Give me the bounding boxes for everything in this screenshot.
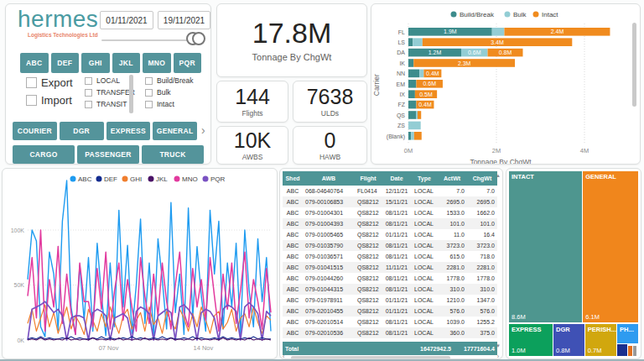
checkbox-icon[interactable] — [145, 77, 153, 85]
line-series-DEF[interactable] — [28, 337, 271, 339]
table-row[interactable]: ABC079-01044315QS821208/11/21LOCAL310.03… — [283, 284, 497, 295]
column-header-awb[interactable]: AWB — [303, 171, 355, 186]
checkbox-item-build-break[interactable]: Build/Break — [145, 76, 193, 85]
table-row[interactable]: ABC079-02010455QS821201/11/21LOCAL576.05… — [283, 306, 497, 317]
legend-label[interactable]: PQR — [210, 175, 226, 183]
bar-segment[interactable] — [408, 70, 419, 78]
filter-button-jkl[interactable]: JKL — [112, 53, 141, 73]
checkbox-icon[interactable] — [85, 89, 92, 97]
legend-label[interactable]: GHI — [130, 175, 142, 183]
checkbox-icon[interactable] — [85, 77, 92, 85]
bar-segment[interactable] — [414, 132, 422, 140]
column-header-actwt[interactable]: ActWt — [437, 171, 467, 186]
bar-segment[interactable] — [408, 90, 415, 98]
filter-button-dgr[interactable]: DGR — [60, 122, 104, 140]
legend-label[interactable]: ABC — [78, 175, 92, 183]
column-header-flight[interactable]: Flight — [355, 171, 382, 186]
bar-segment[interactable] — [492, 28, 505, 36]
legend-label[interactable]: DEF — [104, 175, 117, 183]
legend-label[interactable]: MNO — [182, 175, 198, 183]
line-series-MNO[interactable] — [28, 230, 271, 334]
bar-segment[interactable] — [408, 59, 413, 67]
checkbox-icon[interactable] — [26, 77, 37, 88]
treemap-cell-perish[interactable]: PERISH...0.7M — [585, 324, 616, 356]
next-page-arrow-icon[interactable]: › — [201, 123, 205, 137]
bar-segment[interactable] — [418, 111, 421, 119]
table-row[interactable]: ABC079-01005465QS821201/11/21LOCAL11.016… — [283, 229, 497, 240]
treemap-cell[interactable] — [617, 344, 627, 356]
bar-segment[interactable] — [408, 132, 411, 140]
treemap-cell-express[interactable]: EXPRESS1.0M — [509, 324, 553, 356]
table-cell: 01/11/21 — [382, 306, 412, 317]
table-row[interactable]: ABC079-01044260QS821208/11/21LOCAL1778.0… — [283, 273, 497, 284]
table-cell: 079-01044315 — [303, 284, 355, 295]
filter-button-express[interactable]: EXPRESS — [106, 122, 151, 140]
legend-label[interactable]: Bulk — [513, 11, 527, 18]
column-header-chgwt[interactable]: ChgWt — [467, 171, 497, 186]
bar-segment[interactable] — [413, 38, 423, 46]
table-row[interactable]: ABC079-01035790QS821208/11/21LOCAL3723.0… — [283, 240, 497, 251]
checkbox-item-import[interactable]: Import — [26, 94, 73, 107]
filter-button-passenger[interactable]: PASSENGER — [77, 145, 139, 164]
bar-segment[interactable] — [408, 38, 413, 46]
column-header-type[interactable]: Type — [412, 171, 437, 186]
checkbox-item-intact[interactable]: Intact — [145, 100, 193, 108]
legend-label[interactable]: Intact — [542, 11, 558, 18]
bar-segment[interactable] — [416, 111, 418, 119]
treemap-cell[interactable] — [628, 346, 631, 356]
table-row[interactable]: ABC079-00106853QS821215/11/21LOCAL2695.0… — [283, 196, 497, 207]
date-to-input[interactable]: 19/11/2021 — [158, 11, 210, 29]
filter-button-mno[interactable]: MNO — [143, 53, 171, 73]
date-range-slider-handle[interactable] — [186, 32, 206, 46]
filter-button-courier[interactable]: COURIER — [13, 122, 57, 140]
bar-segment[interactable] — [411, 132, 414, 140]
table-row[interactable]: ABC079-01978911QS821201/11/21LOCAL1210.0… — [283, 295, 497, 306]
table-scroll-right-icon[interactable]: › — [497, 353, 499, 359]
treemap-cell-ph[interactable]: PH... — [617, 324, 638, 343]
bar-chart-scrollbar[interactable] — [632, 23, 636, 107]
bar-segment[interactable] — [408, 101, 416, 109]
checkbox-icon[interactable] — [145, 101, 153, 108]
column-header-shed[interactable]: Shed — [283, 171, 303, 186]
table-cell: 1778.0 — [467, 273, 497, 284]
legend-label[interactable]: Build/Break — [460, 11, 495, 18]
filter-button-general[interactable]: GENERAL — [153, 122, 197, 140]
treemap-cell-general[interactable]: GENERAL6.1M — [583, 171, 638, 322]
filter-button-abc[interactable]: ABC — [20, 53, 49, 73]
table-row[interactable]: ABC079-01041515QS821211/11/21LOCAL2281.0… — [283, 262, 497, 273]
checkbox-list-scrollbar[interactable] — [129, 75, 133, 113]
treemap-cell[interactable] — [633, 346, 636, 356]
y-tick: 0K — [17, 337, 24, 343]
table-row[interactable]: ABC079-02010536QS821208/11/21LOCAL360.03… — [283, 327, 497, 338]
awb-data-table: ShedAWBFlightDateTypeActWtChgWtABC068-04… — [283, 171, 497, 338]
checkbox-item-transit[interactable]: TRANSIT — [85, 100, 135, 108]
treemap-cell-dgr[interactable]: DGR0.8M — [553, 324, 584, 356]
column-header-date[interactable]: Date — [382, 171, 412, 186]
table-row[interactable]: ABC079-01004393QS821208/11/21LOCAL101.01… — [283, 218, 497, 229]
legend-label[interactable]: JKL — [156, 175, 168, 183]
bar-segment[interactable] — [419, 70, 423, 78]
handling-checkbox-group: Build/BreakBulkIntact — [145, 76, 193, 108]
filter-button-def[interactable]: DEF — [51, 53, 80, 73]
checkbox-item-bulk[interactable]: Bulk — [145, 88, 193, 97]
checkbox-item-transfer[interactable]: TRANSFER — [85, 88, 135, 97]
bar-segment[interactable] — [408, 122, 421, 130]
filter-button-cargo[interactable]: CARGO — [13, 145, 75, 164]
checkbox-icon[interactable] — [26, 95, 37, 106]
checkbox-icon[interactable] — [145, 89, 153, 97]
treemap-cell-intact[interactable]: INTACT8.6M — [509, 171, 582, 322]
table-scroll-up-icon[interactable]: ▲ — [496, 173, 501, 178]
bar-segment[interactable] — [408, 80, 416, 88]
filter-button-truck[interactable]: TRUCK — [142, 145, 204, 164]
bar-segment[interactable] — [408, 111, 416, 119]
table-row[interactable]: ABC068-04640764FL041412/11/21LOCAL7.07.0 — [283, 186, 497, 196]
checkbox-item-export[interactable]: Export — [26, 76, 73, 89]
filter-button-ghi[interactable]: GHI — [81, 53, 110, 73]
filter-button-pqr[interactable]: PQR — [174, 53, 202, 73]
checkbox-item-local[interactable]: LOCAL — [85, 76, 135, 85]
table-row[interactable]: ABC079-01004301QS821208/11/21LOCAL1533.0… — [283, 207, 497, 218]
table-row[interactable]: ABC079-01036571QS821208/11/21LOCAL615.07… — [283, 251, 497, 262]
table-row[interactable]: ABC079-02010514QS821208/11/21LOCAL1039.0… — [283, 317, 497, 327]
date-from-input[interactable]: 01/11/2021 — [100, 11, 153, 29]
checkbox-icon[interactable] — [85, 101, 92, 108]
